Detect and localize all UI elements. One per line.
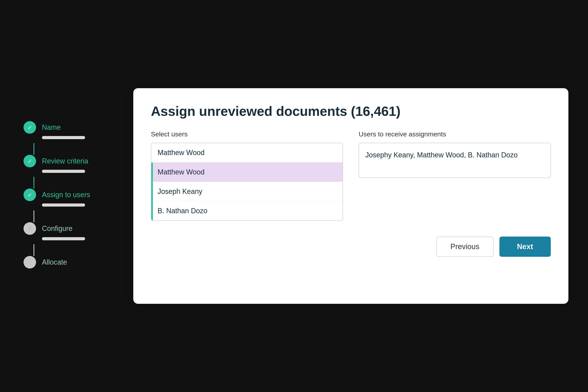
- list-item[interactable]: B. Nathan Dozo: [151, 201, 342, 220]
- step-bar-configure: [42, 237, 85, 240]
- select-users-section: Select users Matthew Wood Matthew Wood J…: [151, 130, 343, 221]
- assigned-box: Josephy Keany, Matthew Wood, B. Nathan D…: [359, 143, 551, 178]
- card-title: Assign unreviewed documents (16,461): [151, 104, 551, 118]
- step-circle-configure: ✓: [24, 222, 36, 235]
- stepper: ✓ Name ✓ Review criteria ✓: [20, 121, 118, 271]
- step-bar-review: [42, 170, 85, 173]
- step-allocate: Allocate: [20, 256, 118, 271]
- connector-assign: [34, 210, 34, 222]
- step-bar-name: [42, 136, 85, 139]
- step-label-allocate: Allocate: [42, 258, 67, 266]
- step-label-assign: Assign to users: [42, 191, 90, 199]
- step-label-name: Name: [42, 123, 61, 132]
- check-icon: ✓: [28, 158, 32, 165]
- previous-button[interactable]: Previous: [436, 236, 494, 257]
- user-name-2: Matthew Wood: [158, 168, 204, 176]
- step-circle-review: ✓: [24, 155, 36, 168]
- connector-review: [34, 177, 34, 188]
- user-name-1: Matthew Wood: [158, 148, 204, 157]
- footer-buttons: Previous Next: [151, 236, 551, 257]
- user-list-box: Matthew Wood Matthew Wood Joseph Keany B…: [151, 143, 343, 221]
- step-configure: ✓ Configure: [20, 222, 118, 256]
- assigned-users-label: Users to receive assignments: [359, 130, 551, 138]
- step-label-configure: Configure: [42, 224, 72, 233]
- step-name: ✓ Name: [20, 121, 118, 155]
- connector-name: [34, 143, 34, 155]
- user-name-3: Joseph Keany: [158, 188, 202, 196]
- assigned-text: Josephy Keany, Matthew Wood, B. Nathan D…: [365, 151, 518, 159]
- assign-columns: Select users Matthew Wood Matthew Wood J…: [151, 130, 551, 221]
- step-bar-assign: [42, 204, 85, 206]
- step-circle-allocate: [24, 256, 36, 268]
- list-item[interactable]: Matthew Wood: [151, 143, 342, 162]
- check-icon: ✓: [28, 124, 32, 131]
- check-icon: ✓: [28, 192, 32, 198]
- connector-configure: [34, 244, 34, 256]
- select-users-label: Select users: [151, 130, 343, 138]
- step-circle-name: ✓: [24, 121, 36, 134]
- step-assign-users: ✓ Assign to users: [20, 188, 118, 222]
- step-label-review: Review criteria: [42, 157, 88, 165]
- step-review-criteria: ✓ Review criteria: [20, 155, 118, 188]
- user-name-4: B. Nathan Dozo: [158, 207, 207, 215]
- list-item-selected[interactable]: Matthew Wood: [151, 162, 342, 182]
- step-circle-assign: ✓: [24, 188, 36, 201]
- assigned-users-section: Users to receive assignments Josephy Kea…: [359, 130, 551, 221]
- next-button[interactable]: Next: [500, 236, 551, 257]
- list-item[interactable]: Joseph Keany: [151, 182, 342, 201]
- check-icon: ✓: [28, 225, 32, 232]
- main-card: Assign unreviewed documents (16,461) Sel…: [133, 88, 568, 304]
